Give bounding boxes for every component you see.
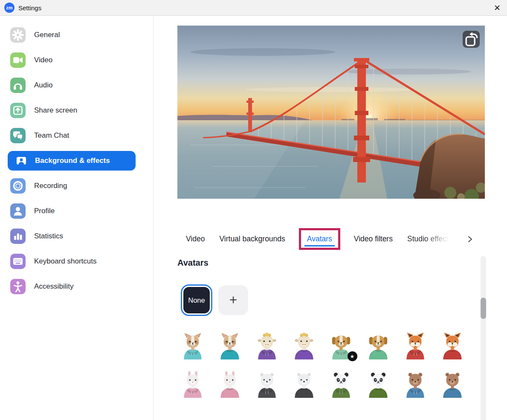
- sidebar-item-team-chat[interactable]: Team Chat: [10, 128, 153, 143]
- virtual-background-preview: [177, 26, 485, 199]
- sidebar-item-label: Audio: [34, 81, 52, 90]
- scrollbar-thumb[interactable]: [481, 298, 486, 319]
- star-badge-icon: ★: [348, 351, 357, 361]
- share-screen-icon: [10, 103, 26, 118]
- sidebar-item-share-screen[interactable]: Share screen: [10, 103, 153, 118]
- settings-sidebar: GeneralVideoAudioShare screenTeam ChatBa…: [0, 16, 154, 420]
- keyboard-icon: [10, 254, 26, 269]
- sidebar-item-video[interactable]: Video: [10, 52, 153, 68]
- avatar-bear-hoodie[interactable]: [401, 371, 429, 399]
- sidebar-item-profile[interactable]: Profile: [10, 203, 153, 219]
- tab-studio-effects[interactable]: Studio effects: [406, 230, 453, 248]
- tab-avatars[interactable]: Avatars: [299, 228, 340, 250]
- close-icon[interactable]: ✕: [490, 1, 504, 14]
- tab-video[interactable]: Video: [185, 230, 206, 248]
- sidebar-item-label: Share screen: [34, 106, 77, 115]
- avatar-grid: ★: [174, 332, 471, 399]
- zoom-logo: zm: [4, 3, 14, 13]
- video-camera-icon: [10, 52, 26, 68]
- avatar-fox-hoodie[interactable]: [401, 332, 429, 360]
- avatars-section-title: Avatars: [177, 258, 209, 268]
- sidebar-item-label: Recording: [34, 182, 67, 190]
- avatar-rabbit-tshirt[interactable]: [216, 371, 244, 399]
- sidebar-item-accessibility[interactable]: Accessibility: [10, 279, 153, 294]
- rotate-preview-button[interactable]: [463, 31, 480, 48]
- avatar-corgi-hoodie[interactable]: [179, 332, 207, 360]
- window-titlebar: zm Settings ✕: [0, 0, 507, 16]
- avatar-panda-tshirt[interactable]: [364, 371, 392, 399]
- golden-gate-bridge-image: [177, 26, 485, 199]
- avatar-panda-hoodie[interactable]: [327, 371, 355, 399]
- avatar-polarbear-hoodie[interactable]: [253, 371, 281, 399]
- sidebar-item-general[interactable]: General: [10, 27, 153, 43]
- sidebar-item-label: General: [34, 31, 60, 39]
- add-avatar-button[interactable]: +: [218, 285, 248, 315]
- main-panel: VideoVirtual backgroundsAvatarsVideo fil…: [154, 16, 507, 420]
- avatar-rabbit-hoodie[interactable]: [179, 371, 207, 399]
- avatar-none-button[interactable]: None: [182, 286, 211, 315]
- headphones-icon: [10, 78, 26, 93]
- sidebar-item-background-effects[interactable]: Background & effects: [8, 151, 136, 171]
- background-effects-tabs: VideoVirtual backgroundsAvatarsVideo fil…: [185, 228, 473, 250]
- tab-video-filters[interactable]: Video filters: [353, 230, 394, 248]
- accessibility-icon: [10, 279, 26, 294]
- bar-chart-icon: [10, 229, 26, 244]
- avatar-beagle-tshirt[interactable]: [364, 332, 392, 360]
- sidebar-item-recording[interactable]: Recording: [10, 178, 153, 194]
- gear-icon: [10, 27, 26, 43]
- sidebar-item-label: Background & effects: [35, 156, 110, 165]
- sidebar-item-label: Keyboard shortcuts: [34, 257, 96, 266]
- person-in-frame-icon: [14, 153, 29, 168]
- sidebar-list: GeneralVideoAudioShare screenTeam ChatBa…: [0, 16, 153, 294]
- tab-virtual-backgrounds[interactable]: Virtual backgrounds: [218, 230, 286, 248]
- rotate-icon: [463, 26, 480, 126]
- chevron-right-icon[interactable]: [467, 235, 473, 243]
- avatar-polarbear-tshirt[interactable]: [290, 371, 318, 399]
- avatar-beagle-hoodie[interactable]: ★: [327, 332, 355, 360]
- sidebar-item-label: Team Chat: [34, 131, 69, 140]
- sidebar-item-keyboard-shortcuts[interactable]: Keyboard shortcuts: [10, 254, 153, 269]
- avatar-cow-hoodie[interactable]: [253, 332, 281, 360]
- sidebar-item-label: Profile: [34, 207, 55, 215]
- avatar-cow-tshirt[interactable]: [290, 332, 318, 360]
- window-title: Settings: [18, 4, 41, 12]
- sidebar-item-label: Statistics: [34, 232, 63, 240]
- person-icon: [10, 203, 26, 219]
- sidebar-item-label: Video: [34, 56, 52, 64]
- chat-bubbles-icon: [10, 128, 26, 143]
- avatar-bear-tshirt[interactable]: [438, 371, 466, 399]
- record-ring-icon: [10, 178, 26, 194]
- sidebar-item-audio[interactable]: Audio: [10, 78, 153, 93]
- sidebar-item-statistics[interactable]: Statistics: [10, 229, 153, 244]
- scrollbar-track[interactable]: [481, 256, 486, 420]
- avatar-corgi-tshirt[interactable]: [216, 332, 244, 360]
- sidebar-item-label: Accessibility: [34, 282, 74, 291]
- avatar-fox-tshirt[interactable]: [438, 332, 466, 360]
- avatar-picker-row: None +: [182, 285, 248, 315]
